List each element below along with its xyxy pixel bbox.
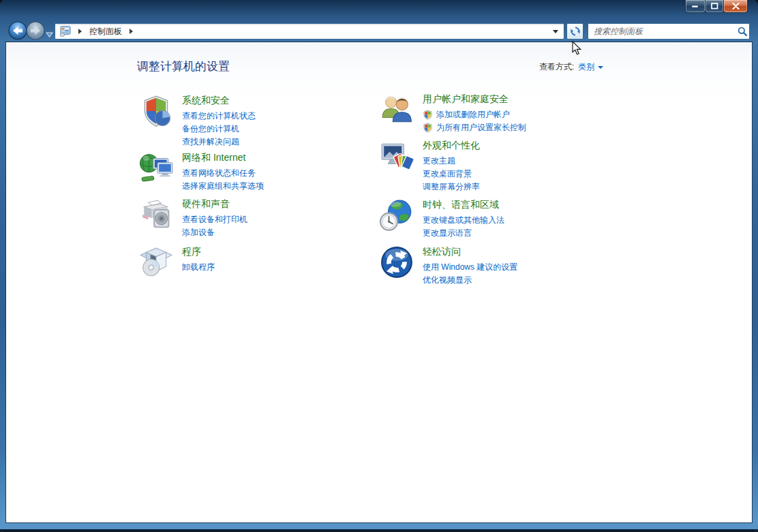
category-clock-language-region: 时钟、语言和区域 更改键盘或其他输入法 更改显示语言 [380, 198, 615, 240]
view-by-label: 查看方式: [539, 61, 574, 73]
link-review-computer-status[interactable]: 查看您的计算机状态 [182, 110, 256, 123]
link-add-remove-user-accounts[interactable]: 添加或删除用户帐户 [423, 108, 526, 121]
ease-of-access-icon[interactable] [380, 245, 415, 281]
category-title-user-accounts[interactable]: 用户帐户和家庭安全 [423, 93, 526, 106]
link-homegroup-sharing[interactable]: 选择家庭组和共享选项 [182, 180, 264, 193]
content-area: 调整计算机的设置 查看方式: 类别 [5, 42, 753, 523]
link-change-keyboard-input[interactable]: 更改键盘或其他输入法 [423, 214, 504, 227]
link-optimize-visual-display[interactable]: 优化视频显示 [423, 274, 517, 287]
category-title-hardware-sound[interactable]: 硬件和声音 [182, 198, 247, 210]
recent-pages-dropdown[interactable] [46, 28, 53, 33]
link-change-desktop-background[interactable]: 更改桌面背景 [423, 168, 480, 181]
search-icon [738, 27, 747, 36]
address-bar[interactable]: 控制面板 [55, 23, 564, 40]
breadcrumb-control-panel[interactable]: 控制面板 [87, 25, 124, 39]
refresh-icon [570, 26, 581, 37]
category-network-internet: 网络和 Internet 查看网络状态和任务 选择家庭组和共享选项 [139, 151, 374, 193]
page-title: 调整计算机的设置 [137, 59, 230, 74]
link-adjust-screen-resolution[interactable]: 调整屏幕分辨率 [423, 181, 480, 193]
category-system-security: 系统和安全 查看您的计算机状态 备份您的计算机 查找并解决问题 [139, 94, 374, 148]
uac-shield-icon [423, 123, 433, 133]
category-title-system-security[interactable]: 系统和安全 [182, 95, 256, 107]
link-parental-controls[interactable]: 为所有用户设置家长控制 [423, 121, 526, 134]
search-input[interactable] [588, 24, 736, 39]
category-ease-of-access: 轻松访问 使用 Windows 建议的设置 优化视频显示 [380, 245, 615, 287]
maximize-button[interactable] [705, 0, 724, 13]
link-find-fix-problems[interactable]: 查找并解决问题 [182, 136, 256, 148]
category-title-clock-language-region[interactable]: 时钟、语言和区域 [423, 199, 504, 211]
breadcrumb-root-arrow[interactable] [78, 29, 82, 34]
link-change-display-language[interactable]: 更改显示语言 [423, 227, 504, 240]
search-box [588, 23, 750, 40]
category-appearance: 外观和个性化 更改主题 更改桌面背景 调整屏幕分辨率 [380, 139, 615, 193]
user-accounts-icon[interactable] [380, 93, 415, 128]
link-view-network-status[interactable]: 查看网络状态和任务 [182, 167, 264, 180]
minimize-button[interactable] [685, 0, 706, 13]
programs-icon[interactable] [139, 245, 175, 281]
window-controls [686, 0, 748, 13]
link-change-theme[interactable]: 更改主题 [423, 155, 480, 168]
control-panel-window: 控制面板 调整计算机的设置 查看方式: 类别 [0, 0, 758, 532]
category-user-accounts: 用户帐户和家庭安全 添加或删除用户帐户 [380, 93, 615, 134]
minimize-icon [692, 5, 699, 8]
link-uninstall-program[interactable]: 卸载程序 [182, 261, 215, 274]
clock-region-icon[interactable] [380, 198, 415, 234]
category-title-ease-of-access[interactable]: 轻松访问 [423, 246, 517, 258]
category-title-appearance[interactable]: 外观和个性化 [423, 140, 480, 152]
link-add-device[interactable]: 添加设备 [182, 226, 247, 239]
view-by-dropdown-icon [598, 66, 603, 69]
view-by-control: 查看方式: 类别 [539, 61, 603, 73]
category-title-programs[interactable]: 程序 [182, 246, 215, 258]
window-bottom-edge [0, 529, 758, 532]
maximize-icon [711, 3, 718, 10]
dropdown-arrow-icon [553, 30, 558, 33]
category-title-network-internet[interactable]: 网络和 Internet [182, 152, 264, 164]
view-by-selector[interactable]: 类别 [578, 61, 603, 73]
security-shield-icon[interactable] [139, 94, 175, 129]
forward-button-disabled[interactable] [26, 21, 45, 40]
back-button[interactable] [8, 21, 27, 40]
address-history-dropdown[interactable] [550, 24, 561, 39]
uac-shield-icon [423, 110, 433, 120]
control-panel-icon [59, 26, 71, 37]
link-view-devices-printers[interactable]: 查看设备和打印机 [182, 213, 247, 226]
chevron-down-icon [46, 33, 52, 37]
hardware-sound-icon[interactable] [139, 198, 175, 233]
network-icon[interactable] [139, 151, 175, 187]
category-hardware-sound: 硬件和声音 查看设备和打印机 添加设备 [139, 198, 374, 239]
close-icon [732, 3, 740, 10]
link-suggested-settings[interactable]: 使用 Windows 建议的设置 [423, 261, 517, 274]
breadcrumb-expand-arrow[interactable] [130, 29, 133, 34]
close-button[interactable] [723, 0, 748, 13]
category-programs: 程序 卸载程序 [139, 245, 374, 281]
appearance-icon[interactable] [380, 139, 415, 174]
search-button[interactable] [736, 27, 749, 36]
link-backup-computer[interactable]: 备份您的计算机 [182, 123, 256, 136]
refresh-button[interactable] [566, 23, 583, 40]
